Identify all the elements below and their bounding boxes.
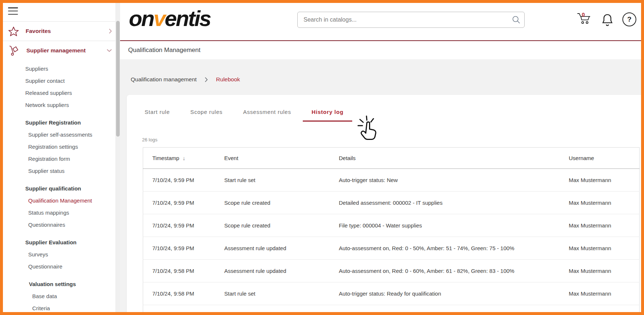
supplier-management-label: Supplier management [26,47,86,54]
onventis-logo[interactable]: onventis [129,6,211,31]
table-row: 7/10/24, 9:59 PMAssessment rule updatedA… [143,237,640,260]
main-area: onventis 0 ? [120,3,641,312]
star-icon [8,26,19,37]
search-icon[interactable] [511,15,521,25]
sidebar-item-supplier-qualification: Supplier qualification [3,182,115,194]
help-icon[interactable]: ? [622,12,636,26]
breadcrumb-parent-link[interactable]: Qualification management [131,76,197,83]
table-cell: Max Mustermann [560,192,640,214]
table-cell: Auto-trigger status: Ready for qualifica… [330,282,560,305]
sidebar-scrollbar [115,3,120,312]
sidebar-item-criteria[interactable]: Criteria [3,302,115,312]
sidebar-item-favorites[interactable]: Favorites [3,22,115,41]
favorites-label: Favorites [26,28,51,34]
table-cell: 7/10/24, 9:59 PM [143,192,215,214]
table-cell [330,305,560,312]
table-cell [560,305,640,312]
table-row: 7/10/24, 9:58 PMStart rule setAuto-trigg… [143,282,640,305]
table-cell: Scope rule created [215,214,330,237]
table-cell: 7/10/24, 9:59 PM [143,169,215,192]
table-cell [215,305,330,312]
sidebar-item-surveys[interactable]: Surveys [3,248,115,260]
sort-descending-icon: ↓ [183,155,186,161]
table-cell: Max Mustermann [560,169,640,192]
table-row: 7/10/24, 9:59 PMScope rule createdDetail… [143,192,640,214]
tab-assessment-rules[interactable]: Assessment rules [234,109,300,122]
tab-start-rule[interactable]: Start rule [136,109,179,122]
sidebar-item-base-data[interactable]: Base data [3,290,115,302]
table-row: 7/10/24, 9:59 PMScope rule createdFile t… [143,214,640,237]
hamburger-menu-icon[interactable] [8,7,18,15]
sidebar-item-suppliers[interactable]: Suppliers [3,63,115,75]
breadcrumb-current: Rulebook [216,76,240,83]
sidebar-item-registration-settings[interactable]: Registration settings [3,141,115,153]
table-cell: 7/10/24, 9:58 PM [143,282,215,305]
sidebar-item-supplier-status[interactable]: Supplier status [3,165,115,177]
tab-scope-rules[interactable]: Scope rules [182,109,231,122]
sidebar-item-questionnaire[interactable]: Questionnaire [3,260,115,273]
column-header-timestamp[interactable]: Timestamp↓ [143,148,215,169]
table-cell: Max Mustermann [560,214,640,237]
table-cell: Assessment rule updated [215,237,330,260]
chevron-right-icon [109,29,112,34]
app-frame: Favorites Supplier management SuppliersS… [0,0,644,315]
breadcrumb: Qualification management Rulebook [131,76,641,83]
sidebar-nav-list: SuppliersSupplier contactReleased suppli… [3,60,115,312]
page-title-bar: Qualification Management [120,41,641,59]
notifications-bell-icon[interactable] [601,13,614,28]
table-cell: Assessment rule updated [215,260,330,282]
table-cell: Start rule set [215,282,330,305]
table-row: 7/10/24, 9:58 PMAssessment rule updatedA… [143,260,640,282]
table-cell: 7/10/24, 9:58 PM [143,260,215,282]
sidebar-item-valuation-settings: Valuation settings [3,278,115,290]
sidebar: Favorites Supplier management SuppliersS… [3,3,115,312]
table-cell: 7/10/24, 9:59 PM [143,214,215,237]
table-cell: File type: 000004 - Water supplies [330,214,560,237]
table-cell: Max Mustermann [560,282,640,305]
cart-count-badge: 0 [582,11,585,18]
sidebar-item-registration-form[interactable]: Registration form [3,153,115,165]
hand-truck-icon [8,45,20,56]
scrollbar-thumb[interactable] [116,21,120,137]
column-header-label: Timestamp [152,155,179,161]
logs-count: 26 logs [142,137,641,142]
tab-history-log[interactable]: History log [303,109,352,122]
top-header: onventis 0 ? [120,3,641,41]
column-header-username[interactable]: Username [560,148,640,169]
table-cell: Auto-assessment on, Red: 0 - 50%, Amber:… [330,237,560,260]
column-header-label: Event [224,155,238,161]
column-header-event[interactable]: Event [215,148,330,169]
rulebook-card: Start ruleScope rulesAssessment rulesHis… [127,95,641,312]
table-cell: Start rule set [215,169,330,192]
sidebar-item-supplier-management[interactable]: Supplier management [3,41,115,60]
content-area: Qualification management Rulebook Start … [120,59,641,312]
table-cell: Detailed assessment: 000002 - IT supplie… [330,192,560,214]
table-cell: Scope rule created [215,192,330,214]
sidebar-item-supplier-self-assessments[interactable]: Supplier self-assessments [3,129,115,141]
table-cell: Auto-trigger status: New [330,169,560,192]
help-glyph: ? [627,15,632,23]
table-cell [143,305,215,312]
sidebar-item-released-suppliers[interactable]: Released suppliers [3,87,115,99]
breadcrumb-chevron-icon [205,77,208,82]
catalog-search [297,12,525,28]
history-log-table: Timestamp↓EventDetailsUsername 7/10/24, … [143,147,640,312]
table-cell: 7/10/24, 9:59 PM [143,237,215,260]
search-input[interactable] [297,12,525,28]
cart-button[interactable]: 0 [576,12,592,25]
sidebar-item-questionnaires[interactable]: Questionnaires [3,219,115,231]
page-title: Qualification Management [128,47,201,54]
table-header-row: Timestamp↓EventDetailsUsername [143,148,640,169]
column-header-label: Username [569,155,594,161]
tab-bar: Start ruleScope rulesAssessment rulesHis… [127,95,641,122]
table-row-clipped [143,305,640,312]
table-cell: Max Mustermann [560,237,640,260]
column-header-details[interactable]: Details [330,148,560,169]
column-header-label: Details [339,155,356,161]
sidebar-item-network-suppliers[interactable]: Network suppliers [3,99,115,111]
table-row: 7/10/24, 9:59 PMStart rule setAuto-trigg… [143,169,640,192]
sidebar-item-supplier-contact[interactable]: Supplier contact [3,75,115,87]
sidebar-item-supplier-registration: Supplier Registration [3,116,115,129]
sidebar-item-qualification-management[interactable]: Qualification Management [3,194,115,207]
sidebar-item-status-mappings[interactable]: Status mappings [3,207,115,219]
